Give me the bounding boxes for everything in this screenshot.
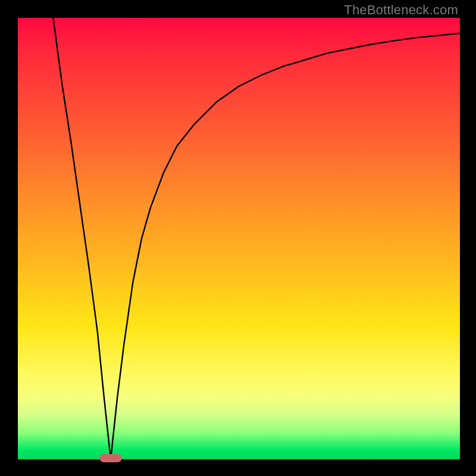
watermark-text: TheBottleneck.com — [344, 2, 458, 18]
optimum-marker — [99, 454, 121, 462]
plot-area — [18, 18, 460, 459]
chart-frame: TheBottleneck.com — [0, 0, 476, 476]
